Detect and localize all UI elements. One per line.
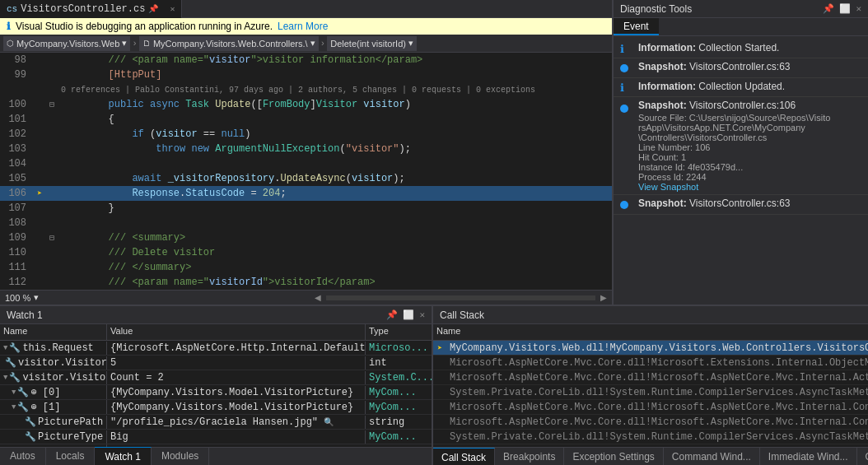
expand-arrow-1[interactable] (12, 403, 16, 412)
expand-arrow-0[interactable] (12, 388, 16, 397)
diag-event-text-2: Snapshot: VisitorsController.cs:63 (638, 61, 791, 72)
cs-tab-command[interactable]: Command Wind... (664, 448, 760, 465)
line-code-105: await _visitorRepository.UpdateAsync(vis… (58, 173, 612, 184)
watch-icon-this-request: 🔧 (9, 342, 21, 353)
watch-row-this-request[interactable]: 🔧 this.Request {Microsoft.AspNetCore.Htt… (0, 341, 432, 356)
watch-name-picture-path: PicturePath (38, 416, 103, 428)
cs-tab-exception[interactable]: Exception Settings (564, 448, 663, 465)
tab-modules[interactable]: Modules (152, 447, 209, 465)
view-snapshot-link[interactable]: View Snapshot (638, 182, 698, 192)
diagnostic-tab-event[interactable]: Event (614, 18, 659, 35)
horizontal-scrollbar[interactable] (326, 295, 595, 300)
breadcrumb-dropdown-icon[interactable]: ▾ (122, 38, 127, 49)
code-line-111: 111 /// </summary> (0, 260, 612, 275)
line-expand-109[interactable]: ⊟ (46, 233, 58, 243)
cs-row-1[interactable]: ➤ MyCompany.Visitors.Web.dll!MyCompany.V… (433, 341, 868, 356)
watch-col-value-header: Value (107, 324, 366, 340)
cs-tab-callstack-label: Call Stack (441, 452, 486, 463)
source-file-detail: Source File: C:\Users\nijog\Source\Repos… (638, 113, 861, 123)
cs-tab-command-label: Command Wind... (672, 451, 751, 463)
watch-type-0: MyCom... (366, 386, 432, 399)
line-expand-100[interactable]: ⊟ (46, 100, 58, 109)
line-code-110: /// Delete visitor (58, 247, 612, 258)
tab-locals[interactable]: Locals (46, 447, 96, 465)
line-number-detail: Line Number: 106 (638, 142, 861, 152)
watch-row-1[interactable]: 🔧 ⊕ [1] {MyCompany.Visitors.Model.Visito… (0, 400, 432, 415)
expand-arrow-visitor-pictures[interactable] (3, 374, 7, 382)
watch-icon-visitor-id: 🔧 (5, 357, 16, 368)
breadcrumb-namespace[interactable]: ⬡ MyCompany.Visitors.Web ▾ (3, 36, 130, 51)
zoom-label: 100 % (5, 293, 30, 303)
breadcrumb-class-dropdown[interactable]: ▾ (310, 38, 315, 49)
close-tab-icon[interactable]: ✕ (170, 4, 175, 14)
watch-type-picture-type: MyCom... (366, 430, 432, 444)
watch-controls: 📌 ⬜ ✕ (386, 309, 425, 320)
cs-row-2[interactable]: Microsoft.AspNetCore.Mvc.Core.dll!Micros… (433, 356, 868, 370)
diagnostic-pin-icon[interactable]: 📌 (823, 3, 834, 14)
code-line-108: 108 (0, 216, 612, 230)
scroll-left-btn[interactable]: ◀ (315, 293, 321, 302)
diagnostic-tab-bar: Event (614, 18, 868, 36)
watch-value-picture-type: Big (107, 430, 366, 444)
breadcrumb-method-dropdown[interactable]: ▾ (408, 38, 413, 49)
cs-tab-breakpoints-label: Breakpoints (503, 451, 555, 463)
tab-modules-label: Modules (161, 450, 198, 462)
line-code-98: /// <param name="visitor">visitor inform… (58, 54, 612, 66)
diag-event-body-4: Snapshot: VisitorsController.cs:106 Sour… (638, 100, 861, 192)
source-ctrl-detail: \Controllers\VisitorsController.cs (638, 133, 861, 142)
watch-expand-icon[interactable]: ⬜ (403, 309, 414, 320)
scroll-right-btn[interactable]: ▶ (600, 293, 607, 302)
tab-autos[interactable]: Autos (0, 447, 46, 465)
watch-cell-name-1: 🔧 ⊕ [1] (0, 400, 107, 414)
breadcrumb-method[interactable]: Delete(int visitorId) ▾ (327, 36, 417, 51)
watch-type-picture-path: string (366, 416, 432, 429)
tab-autos-label: Autos (10, 450, 35, 462)
cs-row-3[interactable]: Microsoft.AspNetCore.Mvc.Core.dll!Micros… (433, 370, 868, 385)
watch-type-visitor-id: int (366, 356, 432, 370)
cs-col-name-header: Name (433, 324, 868, 340)
cs-tab-breakpoints[interactable]: Breakpoints (495, 448, 564, 465)
watch-icon-1: 🔧 (17, 402, 29, 412)
hit-count-detail: Hit Count: 1 (638, 152, 861, 162)
line-arrow-106: ➤ (33, 188, 46, 198)
info-link[interactable]: Learn More (278, 21, 328, 32)
watch-row-visitor-id[interactable]: 🔧 visitor.VisitorId 5 int (0, 356, 432, 370)
info-icon: ℹ (7, 21, 11, 32)
code-line-103: 103 throw new ArgumentNullException("vis… (0, 142, 612, 156)
namespace-icon: ⬡ (7, 39, 14, 48)
cs-tab-callstack[interactable]: Call Stack (433, 448, 495, 465)
cs-row-5[interactable]: Microsoft.AspNetCore.Mvc.Core.dll!Micros… (433, 400, 868, 415)
watch-name-0: ⊕ [0] (30, 386, 60, 398)
line-number-112: 112 (0, 277, 33, 288)
watch-row-0[interactable]: 🔧 ⊕ [0] {MyCompany.Visitors.Model.Visito… (0, 385, 432, 400)
tab-watch1[interactable]: Watch 1 (95, 447, 152, 465)
watch-title-bar: Watch 1 📌 ⬜ ✕ (0, 306, 432, 324)
bottom-section: Watch 1 📌 ⬜ ✕ Name Value Type 🔧 this. (0, 305, 868, 465)
line-number-100: 100 (0, 99, 33, 110)
cs-tab-immediate[interactable]: Immediate Wind... (760, 448, 857, 465)
zoom-dropdown[interactable]: ▾ (34, 292, 39, 303)
expand-arrow-this-request[interactable] (3, 344, 7, 352)
search-icon-picture-path[interactable]: 🔍 (324, 418, 334, 427)
cs-name-7: System.Private.CoreLib.dll!System.Runtim… (446, 430, 868, 444)
watch-close-icon[interactable]: ✕ (419, 309, 425, 320)
diagnostic-close-icon[interactable]: ✕ (856, 3, 861, 14)
watch-row-picture-type[interactable]: 🔧 PictureType Big MyCom... (0, 430, 432, 444)
cs-row-6[interactable]: Microsoft.AspNetCore.Mvc.Core.dll!Micros… (433, 415, 868, 430)
line-number-105: 105 (0, 173, 33, 184)
cs-row-7[interactable]: System.Private.CoreLib.dll!System.Runtim… (433, 430, 868, 444)
watch-panel: Watch 1 📌 ⬜ ✕ Name Value Type 🔧 this. (0, 306, 433, 465)
cs-row-4[interactable]: System.Private.CoreLib.dll!System.Runtim… (433, 385, 868, 400)
watch-row-visitor-pictures[interactable]: 🔧 visitor.VisitorPictures Count = 2 Syst… (0, 370, 432, 385)
diagnostic-expand-icon[interactable]: ⬜ (839, 3, 851, 14)
pin-icon[interactable]: 📌 (148, 4, 158, 14)
watch-type-1: MyCom... (366, 401, 432, 414)
cs-name-2: Microsoft.AspNetCore.Mvc.Core.dll!Micros… (446, 356, 868, 370)
watch-row-picture-path[interactable]: 🔧 PicturePath "/profile_pics/Graciela Ha… (0, 415, 432, 430)
breadcrumb-class[interactable]: 🗋 MyCompany.Visitors.Web.Controllers.\ ▾ (139, 36, 319, 51)
source-app-detail: rsApp\VisitorsApp.NET.Core\MyCompany (638, 123, 861, 133)
cs-tab-output[interactable]: Output (857, 448, 868, 465)
editor-tab[interactable]: cs VisitorsController.cs 📌 ✕ (0, 0, 182, 18)
callstack-panel: Call Stack 📌 ⬜ ✕ Name Lang ➤ MyCompany.V… (433, 306, 868, 465)
watch-pin-icon[interactable]: 📌 (386, 309, 398, 320)
